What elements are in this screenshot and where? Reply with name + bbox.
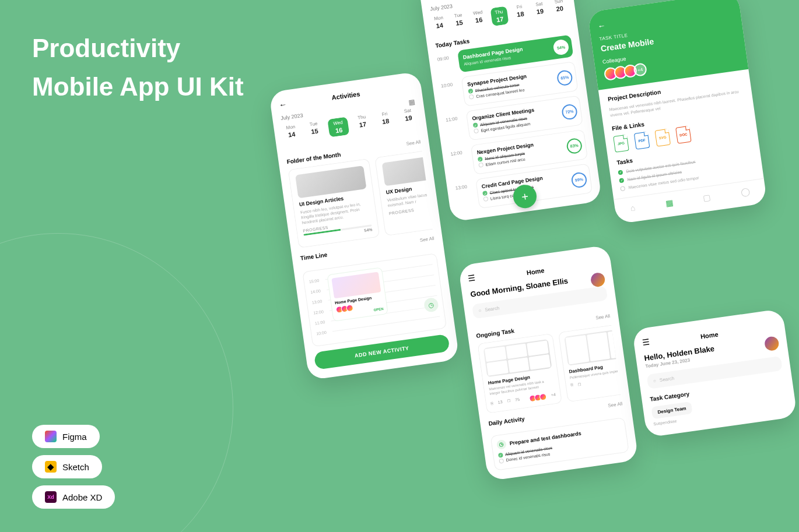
date-cell-active[interactable]: Thu17 <box>490 6 509 26</box>
uncheck-icon <box>474 128 479 133</box>
pill-figma: Figma <box>32 425 100 448</box>
check-icon: ✓ <box>468 89 473 94</box>
file-doc-icon[interactable]: DOC <box>675 125 692 143</box>
check-icon: ✓ <box>482 191 488 196</box>
nav-profile-icon[interactable]: ◯ <box>740 186 751 197</box>
month-label: July 2023 <box>430 3 453 12</box>
attachment-icon: ⎘ <box>570 383 573 387</box>
detail-header: ← TASK TITLE Create Mobile Colleague +4 <box>587 0 748 90</box>
date-cell[interactable]: Sat19 <box>532 1 548 20</box>
pill-sketch: ◆Sketch <box>32 455 102 478</box>
nav-calendar-icon[interactable]: ▢ <box>703 192 712 203</box>
tool-pills: Figma ◆Sketch XdAdobe XD <box>32 425 115 509</box>
pill-xd: XdAdobe XD <box>32 485 115 509</box>
check-icon: ✓ <box>498 452 503 457</box>
avatar <box>539 393 547 401</box>
date-cell[interactable]: Fri18 <box>512 3 528 23</box>
screen-tasks: ← Tasks July 2023 ▦ Mon14 Tue15 Wed16 Th… <box>418 0 602 222</box>
folder-card[interactable]: UX Design Vestibulum vitae lacus consequ… <box>374 151 433 236</box>
timeline-grid: 15:00 14:00 13:00 12:00 11:00 10:00 Home… <box>302 253 447 347</box>
back-button[interactable]: ← <box>597 20 606 31</box>
date-cell[interactable]: Mon14 <box>431 15 447 34</box>
uncheck-icon <box>478 163 483 168</box>
check-icon: ✓ <box>478 157 483 162</box>
check-icon: ✓ <box>473 122 478 128</box>
menu-icon[interactable]: ☰ <box>468 273 476 283</box>
figma-icon <box>45 431 57 442</box>
folder-thumb <box>382 153 433 186</box>
ongoing-thumb <box>483 339 552 377</box>
timeline-card[interactable]: Home Page Design OPEN <box>327 267 388 322</box>
screen-task-detail: ← TASK TITLE Create Mobile Colleague +4 … <box>587 0 767 224</box>
file-jpg-icon[interactable]: JPG <box>613 134 629 152</box>
xd-icon: Xd <box>45 491 57 503</box>
ongoing-thumb <box>564 328 621 366</box>
ongoing-card[interactable]: Home Page Design Maecenas vel venenatis … <box>477 333 562 414</box>
uncheck-icon <box>469 94 474 100</box>
uncheck-icon <box>483 196 488 202</box>
file-pdf-icon[interactable]: PDF <box>634 131 650 149</box>
month-label: July 2023 <box>281 112 304 121</box>
uncheck-icon <box>620 186 625 191</box>
attachment-icon: ⎘ <box>490 401 493 405</box>
see-all-link[interactable]: See All <box>595 313 611 320</box>
back-button[interactable]: ← <box>427 0 437 1</box>
comment-icon: ◻ <box>577 382 581 387</box>
date-cell[interactable]: Fri18 <box>376 110 395 131</box>
check-icon: ✓ <box>618 170 623 175</box>
menu-icon[interactable]: ☰ <box>642 337 650 347</box>
ongoing-label: Ongoing Task <box>476 327 515 339</box>
date-cell-active[interactable]: Wed16 <box>328 117 350 137</box>
sketch-icon: ◆ <box>45 461 57 473</box>
date-cell[interactable]: Mon14 <box>282 124 302 144</box>
see-all-link[interactable]: See All <box>608 401 623 408</box>
screen-home-morning: ☰ Home Good Morning, Sloane Ellis ○Searc… <box>458 245 638 481</box>
search-icon: ○ <box>653 378 657 384</box>
clock-icon: ◷ <box>496 439 507 449</box>
daily-label: Daily Activity <box>488 415 525 427</box>
screen-home-hello: ☰ Home Hello, Holden Blake Today June 23… <box>632 309 797 438</box>
nav-home-icon[interactable]: ⌂ <box>630 203 636 213</box>
folder-card[interactable]: UI Design Articles Fusce nibh leo, volut… <box>288 158 380 248</box>
timeline-thumb <box>331 272 381 299</box>
see-all-link[interactable]: See All <box>406 139 421 146</box>
see-all-link[interactable]: See All <box>419 236 434 243</box>
screen-activities: ← Activities July 2023 ▦ Mon14 Tue15 Wed… <box>269 71 460 380</box>
date-cell[interactable]: Wed16 <box>471 9 487 29</box>
date-cell[interactable]: Tue15 <box>451 12 467 31</box>
search-icon: ○ <box>478 308 482 313</box>
date-cell[interactable]: Sun20 <box>551 0 567 17</box>
ongoing-card[interactable]: Dashboard Pag Pellentesque viverra quis … <box>558 325 621 402</box>
check-icon: ✓ <box>619 178 624 183</box>
date-cell[interactable]: Thu17 <box>353 114 373 134</box>
nav-tasks-icon[interactable]: ▦ <box>665 198 674 208</box>
date-cell[interactable]: Tue15 <box>304 120 324 140</box>
hero-title: ProductivityMobile App UI Kit <box>32 29 244 106</box>
timeline-label: Time Line <box>300 252 328 262</box>
comment-icon: ◻ <box>507 398 511 403</box>
calendar-icon[interactable]: ▦ <box>408 98 416 107</box>
uncheck-icon <box>499 458 504 463</box>
date-cell[interactable]: Sat19 <box>398 107 418 128</box>
file-svg-icon[interactable]: SVG <box>654 128 671 146</box>
